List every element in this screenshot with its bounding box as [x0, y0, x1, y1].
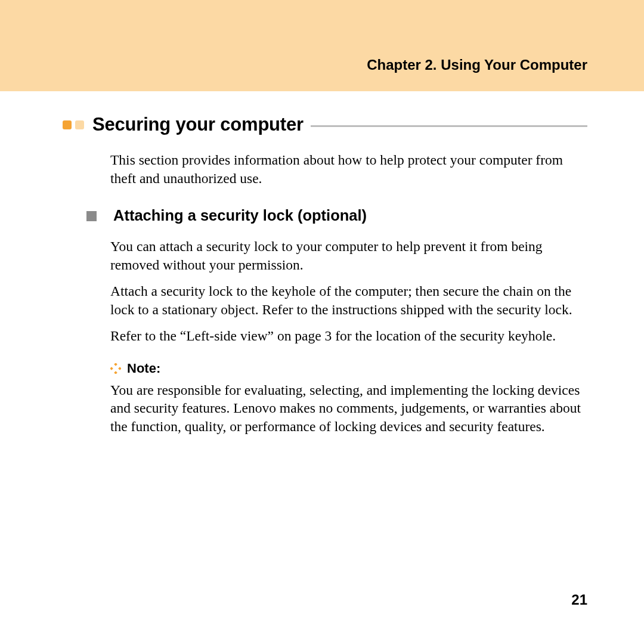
page-number: 21	[571, 592, 587, 608]
section-title: Securing your computer	[92, 114, 304, 135]
svg-rect-0	[114, 363, 117, 366]
section-bullet-icon	[75, 120, 84, 129]
page-content: Securing your computer This section prov…	[0, 91, 644, 435]
section-bullet-icon	[63, 120, 72, 129]
note-body: You are responsible for evaluating, sele…	[110, 381, 587, 436]
note-label: Note:	[127, 361, 160, 376]
square-bullet-icon	[86, 211, 97, 221]
manual-page: Chapter 2. Using Your Computer Securing …	[0, 0, 644, 644]
section-rule	[311, 125, 587, 127]
chapter-title: Chapter 2. Using Your Computer	[367, 57, 587, 73]
section-heading: Securing your computer	[63, 114, 587, 135]
subsection-title: Attaching a security lock (optional)	[113, 207, 367, 224]
section-intro: This section provides information about …	[110, 151, 581, 188]
subsection-heading: Attaching a security lock (optional)	[86, 207, 587, 224]
body-paragraph: You can attach a security lock to your c…	[110, 237, 587, 274]
svg-rect-2	[118, 367, 121, 370]
note-diamond-icon	[110, 363, 121, 374]
page-header-band: Chapter 2. Using Your Computer	[0, 0, 644, 91]
svg-rect-3	[114, 371, 117, 374]
body-paragraph: Attach a security lock to the keyhole of…	[110, 282, 587, 318]
body-paragraph: Refer to the “Left-side view” on page 3 …	[110, 327, 587, 345]
note-heading: Note:	[110, 361, 587, 376]
svg-rect-1	[110, 367, 113, 370]
